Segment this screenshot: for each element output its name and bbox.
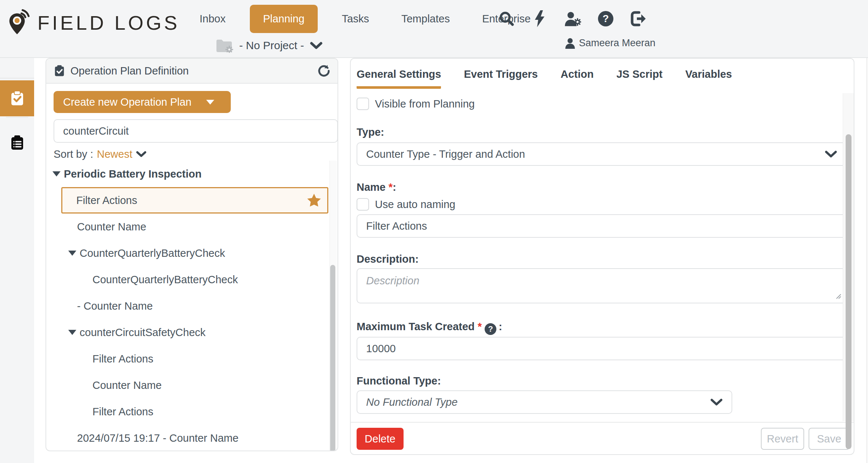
max-task-label: Maximum Task Created *?: bbox=[357, 321, 502, 335]
tree-item[interactable]: - Counter Name bbox=[51, 293, 332, 319]
main-nav: InboxPlanningTasksTemplatesEnterprise bbox=[183, 0, 547, 37]
sort-label: Sort by : bbox=[54, 148, 93, 160]
tree-item[interactable]: CounterQuarterlyBatteryCheck bbox=[51, 266, 332, 293]
functional-type-label: Functional Type: bbox=[357, 375, 441, 387]
refresh-icon[interactable] bbox=[317, 64, 330, 77]
clipboard-check-icon bbox=[54, 64, 65, 77]
functional-type-value: No Functional Type bbox=[366, 396, 457, 408]
tree-item[interactable]: 2024/07/15 19:17 - Counter Name bbox=[51, 425, 332, 451]
tree-item[interactable]: Filter Actions bbox=[61, 187, 328, 214]
nav-item-planning[interactable]: Planning bbox=[250, 5, 318, 33]
tree-item-label: counterCircuitSafetyCheck bbox=[80, 327, 205, 339]
name-input[interactable] bbox=[357, 214, 847, 238]
logout-icon[interactable] bbox=[630, 10, 647, 27]
tree-item[interactable]: Periodic Battery Inspection bbox=[51, 161, 332, 187]
type-select-value: Counter Type - Trigger and Action bbox=[366, 148, 525, 160]
rail-divider bbox=[0, 78, 34, 79]
chevron-down-icon[interactable] bbox=[136, 150, 146, 158]
user-name: Sameera Meeran bbox=[579, 37, 656, 49]
tree-item[interactable]: Counter Name bbox=[51, 372, 332, 398]
panel-title: Operation Plan Definition bbox=[70, 65, 317, 77]
nav-item-templates[interactable]: Templates bbox=[385, 13, 466, 25]
type-label: Type: bbox=[357, 126, 384, 138]
tree-item[interactable]: CounterQuarterlyBatteryCheck bbox=[51, 240, 332, 266]
help-icon[interactable]: ? bbox=[485, 323, 496, 335]
caret-down-icon bbox=[206, 100, 214, 105]
visible-from-planning-label: Visible from Planning bbox=[375, 98, 475, 110]
caret-down-icon[interactable] bbox=[52, 171, 61, 176]
rail-item-operation-plans[interactable] bbox=[0, 80, 34, 116]
operation-plan-panel-header: Operation Plan Definition bbox=[46, 59, 338, 84]
footer-divider bbox=[351, 422, 854, 423]
fieldlogs-pin-icon bbox=[7, 9, 31, 37]
auto-naming-checkbox[interactable] bbox=[357, 198, 369, 211]
name-label: Name *: bbox=[357, 181, 396, 193]
tree-scrollbar-thumb[interactable] bbox=[330, 265, 335, 451]
tree-item[interactable]: Counter Name bbox=[51, 214, 332, 240]
create-operation-plan-button[interactable]: Create new Operation Plan bbox=[54, 91, 231, 113]
sort-row: Sort by : Newest bbox=[54, 146, 146, 162]
tree-item-label: CounterQuarterlyBatteryCheck bbox=[92, 274, 238, 286]
max-task-input[interactable] bbox=[357, 337, 847, 360]
form-scrollbar-track[interactable] bbox=[843, 93, 854, 421]
tab-variables[interactable]: Variables bbox=[685, 63, 732, 89]
tree-item-label: Filter Actions bbox=[92, 406, 153, 418]
nav-item-inbox[interactable]: Inbox bbox=[183, 13, 242, 25]
app-root: FIELD LOGS InboxPlanningTasksTemplatesEn… bbox=[0, 0, 868, 463]
description-label: Description: bbox=[357, 253, 419, 265]
visible-from-planning-row: Visible from Planning bbox=[357, 98, 475, 110]
visible-from-planning-checkbox[interactable] bbox=[357, 98, 369, 110]
required-asterisk: * bbox=[478, 321, 482, 332]
user-icon bbox=[565, 38, 575, 49]
favorite-star-icon[interactable] bbox=[307, 193, 321, 207]
search-icon[interactable] bbox=[498, 10, 515, 27]
rail-item-task-list[interactable] bbox=[0, 125, 34, 161]
chevron-down-icon bbox=[710, 398, 723, 406]
tree-item[interactable]: Filter Actions bbox=[51, 346, 332, 372]
project-selector-label: - No Project - bbox=[239, 39, 304, 52]
chevron-down-icon bbox=[825, 150, 837, 158]
tree-item-label: Filter Actions bbox=[92, 353, 153, 365]
tree-item[interactable]: Filter Actions bbox=[51, 398, 332, 425]
required-asterisk: * bbox=[389, 181, 393, 193]
tree-item-label: Filter Actions bbox=[76, 194, 137, 207]
tab-event-triggers[interactable]: Event Triggers bbox=[464, 63, 537, 89]
tab-general-settings[interactable]: General Settings bbox=[357, 63, 441, 89]
user-settings-icon[interactable] bbox=[564, 10, 581, 27]
top-header: FIELD LOGS InboxPlanningTasksTemplatesEn… bbox=[0, 0, 868, 58]
caret-down-icon[interactable] bbox=[68, 330, 76, 335]
delete-button[interactable]: Delete bbox=[357, 428, 404, 450]
caret-down-icon[interactable] bbox=[68, 251, 76, 256]
nav-item-tasks[interactable]: Tasks bbox=[326, 13, 385, 25]
tree-item-label: 2024/07/15 19:17 - Counter Name bbox=[77, 432, 238, 444]
header-icons: ? bbox=[498, 0, 647, 37]
tree-item[interactable]: counterCircuitSafetyCheck bbox=[51, 319, 332, 346]
tab-action[interactable]: Action bbox=[561, 63, 594, 89]
bolt-icon[interactable] bbox=[531, 10, 548, 27]
save-button[interactable]: Save bbox=[809, 428, 850, 450]
operation-plan-tree: Periodic Battery InspectionFilter Action… bbox=[51, 161, 332, 451]
auto-naming-label: Use auto naming bbox=[375, 198, 455, 211]
tree-scrollbar-track[interactable] bbox=[329, 161, 337, 451]
logo: FIELD LOGS bbox=[7, 9, 180, 37]
type-select[interactable]: Counter Type - Trigger and Action bbox=[357, 142, 847, 166]
plan-detail-panel: General SettingsEvent TriggersActionJS S… bbox=[350, 58, 854, 455]
detail-tabs: General SettingsEvent TriggersActionJS S… bbox=[357, 63, 732, 89]
user-row[interactable]: Sameera Meeran bbox=[565, 37, 656, 49]
svg-text:?: ? bbox=[602, 13, 609, 24]
rail-item-divider bbox=[6, 117, 28, 118]
plan-search-input[interactable] bbox=[54, 119, 338, 143]
tab-js-script[interactable]: JS Script bbox=[616, 63, 663, 89]
auto-naming-row: Use auto naming bbox=[357, 198, 455, 211]
description-textarea[interactable] bbox=[357, 268, 847, 303]
operation-plan-panel: Operation Plan Definition Create new Ope… bbox=[45, 58, 338, 451]
page-edge-line bbox=[867, 58, 867, 463]
functional-type-select[interactable]: No Functional Type bbox=[357, 390, 732, 414]
revert-button[interactable]: Revert bbox=[761, 428, 804, 450]
create-operation-plan-label: Create new Operation Plan bbox=[63, 96, 192, 108]
help-icon[interactable]: ? bbox=[597, 10, 614, 27]
form-scrollbar-thumb[interactable] bbox=[846, 134, 851, 449]
logo-text: FIELD LOGS bbox=[37, 11, 180, 34]
sort-value[interactable]: Newest bbox=[97, 148, 132, 160]
project-selector[interactable]: - No Project - bbox=[216, 38, 322, 53]
